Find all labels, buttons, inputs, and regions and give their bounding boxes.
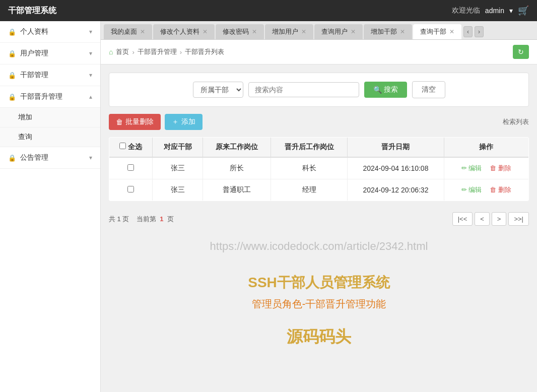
tab-nav-prev[interactable]: ‹ <box>463 26 473 37</box>
system-title: 干部管理系统 <box>8 6 56 16</box>
col-select-label: 全选 <box>128 143 142 151</box>
tab-bar: 我的桌面 ✕ 修改个人资料 ✕ 修改密码 ✕ 增加用户 ✕ 查询用户 ✕ 增加干… <box>101 21 537 40</box>
tab-add-user[interactable]: 增加用户 ✕ <box>265 24 313 39</box>
page-first-btn[interactable]: |<< <box>452 212 473 226</box>
sidebar-subitem-add[interactable]: 增加 <box>0 108 100 127</box>
clear-button[interactable]: 清空 <box>412 81 445 98</box>
pagination-btns: |<< < > >>| <box>452 212 529 226</box>
breadcrumb-home: 首页 <box>116 47 129 56</box>
sidebar-item-promotion[interactable]: 🔒 干部晋升管理 ▴ <box>0 86 100 108</box>
lock-icon-5: 🔒 <box>8 154 16 162</box>
tab-desktop[interactable]: 我的桌面 ✕ <box>104 24 152 39</box>
row-original-position: 普通职工 <box>203 179 271 201</box>
sidebar-item-cadre-manage[interactable]: 🔒 干部管理 ▾ <box>0 64 100 86</box>
row-cadre: 张三 <box>153 157 203 179</box>
col-original-position: 原来工作岗位 <box>203 138 271 158</box>
chevron-up-icon: ▴ <box>89 93 92 100</box>
sidebar-item-personal[interactable]: 🔒 个人资料 ▾ <box>0 21 100 43</box>
tab-add-cadre[interactable]: 增加干部 ✕ <box>364 24 412 39</box>
tab-edit-profile[interactable]: 修改个人资料 ✕ <box>153 24 215 39</box>
search-bar: 所属干部 🔍 搜索 清空 <box>109 73 529 107</box>
tab-add-cadre-close[interactable]: ✕ <box>400 28 405 35</box>
row-cadre: 张三 <box>153 179 203 201</box>
col-promoted-position: 晋升后工作岗位 <box>271 138 348 158</box>
breadcrumb-parent: 干部晋升管理 <box>138 47 177 56</box>
sidebar-label-personal: 个人资料 <box>20 27 48 36</box>
col-select: 全选 <box>109 138 153 158</box>
tab-query-user-label: 查询用户 <box>321 27 348 36</box>
admin-name[interactable]: admin <box>485 7 504 15</box>
watermark-url: https://www.icodedock.com/article/2342.h… <box>117 240 521 253</box>
page-suffix: 页 <box>167 215 174 223</box>
sidebar-label-promotion: 干部晋升管理 <box>20 92 62 101</box>
sidebar-submenu-promotion: 增加 查询 <box>0 108 100 147</box>
trash-icon: 🗑 <box>116 118 123 126</box>
breadcrumb-sep-2: › <box>180 48 182 56</box>
chevron-down-icon: ▾ <box>509 7 513 15</box>
main-layout: 🔒 个人资料 ▾ 🔒 用户管理 ▾ 🔒 干部管理 ▾ 🔒 干部晋 <box>0 21 537 392</box>
tab-add-user-close[interactable]: ✕ <box>301 28 306 35</box>
refresh-button[interactable]: ↻ <box>513 45 529 59</box>
row-promoted-position: 科长 <box>271 157 348 179</box>
inner-content: 所属干部 🔍 搜索 清空 🗑 批量删除 <box>101 64 537 356</box>
sidebar-subitem-query[interactable]: 查询 <box>0 127 100 147</box>
tab-query-user[interactable]: 查询用户 ✕ <box>314 24 363 39</box>
tab-change-pwd-close[interactable]: ✕ <box>252 28 257 35</box>
lock-icon-3: 🔒 <box>8 72 16 79</box>
batch-delete-button[interactable]: 🗑 批量删除 <box>109 114 161 130</box>
tab-change-pwd[interactable]: 修改密码 ✕ <box>216 24 264 39</box>
cart-icon[interactable]: 🛒 <box>518 5 529 16</box>
page-next-btn[interactable]: > <box>492 212 507 226</box>
home-icon: ⌂ <box>109 48 113 56</box>
tab-query-cadre[interactable]: 查询干部 ✕ <box>413 24 461 39</box>
select-all-checkbox[interactable] <box>119 143 126 149</box>
pagination-info: 共 1 页 当前第 1 页 <box>109 215 174 224</box>
delete-button[interactable]: 🗑 删除 <box>487 184 514 195</box>
row-checkbox[interactable] <box>127 186 134 192</box>
current-page-num: 1 <box>160 215 163 223</box>
watermark-area: https://www.icodedock.com/article/2342.h… <box>109 230 529 263</box>
breadcrumb-sep-1: › <box>132 48 134 56</box>
row-checkbox-cell <box>109 157 153 179</box>
watermark-subtitle: 管理员角色-干部晋升管理功能 <box>109 297 529 311</box>
table-row: 张三 普通职工 经理 2024-09-12 20:06:32 ✏ 编辑 🗑 删除 <box>109 179 529 201</box>
sidebar-label-cadre-manage: 干部管理 <box>20 71 48 80</box>
lock-icon-2: 🔒 <box>8 50 16 57</box>
row-date: 2024-09-04 16:10:08 <box>348 157 444 179</box>
tab-nav-next[interactable]: › <box>475 26 484 37</box>
chevron-right-icon-5: ▾ <box>89 154 92 161</box>
edit-button[interactable]: ✏ 编辑 <box>458 163 485 174</box>
row-actions: ✏ 编辑 🗑 删除 <box>444 179 528 201</box>
plus-icon: ＋ <box>172 117 179 126</box>
add-button[interactable]: ＋ 添加 <box>165 114 203 130</box>
tab-add-cadre-label: 增加干部 <box>371 27 397 36</box>
breadcrumb: ⌂ 首页 › 干部晋升管理 › 干部晋升列表 <box>109 47 224 56</box>
sidebar-item-user-manage[interactable]: 🔒 用户管理 ▾ <box>0 43 100 64</box>
tab-edit-profile-close[interactable]: ✕ <box>203 28 208 35</box>
delete-button[interactable]: 🗑 删除 <box>487 163 514 174</box>
row-checkbox[interactable] <box>127 164 134 171</box>
chevron-right-icon: ▾ <box>89 28 92 35</box>
chevron-right-icon-2: ▾ <box>89 50 92 57</box>
sidebar-item-announcement[interactable]: 🔒 公告管理 ▾ <box>0 147 100 169</box>
search-input[interactable] <box>248 82 359 97</box>
sidebar-label-announcement: 公告管理 <box>20 153 48 162</box>
tab-query-user-close[interactable]: ✕ <box>351 28 356 35</box>
search-button[interactable]: 🔍 搜索 <box>364 82 407 98</box>
tab-edit-profile-label: 修改个人资料 <box>160 27 199 36</box>
edit-button[interactable]: ✏ 编辑 <box>458 184 485 195</box>
current-label: 当前第 <box>137 215 156 223</box>
row-date: 2024-09-12 20:06:32 <box>348 179 444 201</box>
page-last-btn[interactable]: >>| <box>508 212 529 226</box>
department-select[interactable]: 所属干部 <box>193 82 243 98</box>
tab-desktop-close[interactable]: ✕ <box>140 28 145 35</box>
add-label: 添加 <box>181 117 195 126</box>
tab-change-pwd-label: 修改密码 <box>223 27 249 36</box>
watermark-brand: 源码码头 <box>109 326 529 348</box>
chevron-right-icon-3: ▾ <box>89 72 92 79</box>
tab-query-cadre-close[interactable]: ✕ <box>449 28 454 35</box>
page-content: ⌂ 首页 › 干部晋升管理 › 干部晋升列表 ↻ 所属干部 🔍 搜索 <box>101 40 537 392</box>
tab-desktop-label: 我的桌面 <box>111 27 137 36</box>
total-pages: 共 1 页 <box>109 215 129 223</box>
page-prev-btn[interactable]: < <box>475 212 490 226</box>
